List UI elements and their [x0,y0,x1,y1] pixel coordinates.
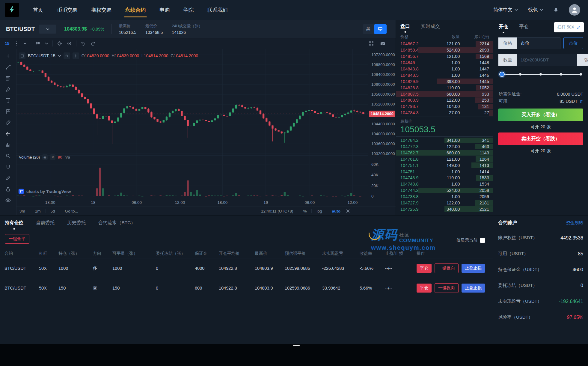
nav-item-6[interactable]: 联系我们 [207,0,228,20]
clock-label[interactable]: 12:40:11 (UTC+8) [261,209,293,213]
close-position-button[interactable]: 平仓 [417,264,432,273]
language-selector[interactable]: 简体中文 [493,7,518,13]
range-1m[interactable]: 1m [35,209,41,213]
goto-button[interactable]: Go to... [65,209,78,213]
orderbook-tab-0[interactable]: 盘口 [400,23,410,30]
ask-row[interactable]: 1048461.001448 [396,60,493,66]
legend-symbol[interactable]: BTC/USDT, 15 [28,53,55,58]
kebab-menu-icon[interactable] [14,41,19,46]
chevron-down-icon[interactable] [58,55,61,57]
tpsl-button[interactable]: 止盈止损 [462,264,485,273]
compare-icon[interactable] [67,41,72,46]
bid-row[interactable]: 104725.9340.002521 [396,206,493,212]
price-axis[interactable]: 107200.0000106800.0000106400.0000106000.… [368,49,396,215]
range-5d[interactable]: 5d [51,209,55,213]
footer-handle[interactable] [293,345,300,346]
candle-type-icon[interactable] [35,41,41,46]
theme-dark-button[interactable]: 黑 [363,24,374,34]
positions-tab-0[interactable]: 持有仓位 [5,220,23,226]
slider-handle[interactable] [499,72,505,77]
eye-toggle-icon[interactable] [64,52,70,59]
slider-dot-75[interactable] [560,73,562,76]
ask-row[interactable]: 104867.2121.002214 [396,41,493,47]
gear-icon[interactable] [57,41,62,46]
ask-row[interactable]: 104803.9122.00253 [396,97,493,103]
positions-tab-1[interactable]: 当前委托 [36,220,55,226]
bid-row[interactable]: 104727.9122.002181 [396,200,493,206]
auto-toggle[interactable]: auto [332,209,341,213]
magnet-icon[interactable] [5,164,11,170]
ask-row[interactable]: 104826.8119.001052 [396,85,493,91]
bid-row[interactable]: 104738.81.002059 [396,194,493,200]
undo-icon[interactable] [81,41,86,46]
quantity-input[interactable] [517,54,577,66]
trend-line-icon[interactable] [5,64,11,70]
price-input[interactable]: 价格 市价 [498,37,560,49]
reverse-button[interactable]: 一键反向 [435,283,459,293]
close-position-button[interactable]: 平仓 [417,284,432,293]
gear-icon[interactable] [345,208,351,214]
market-price-button[interactable]: 市价 [563,37,583,49]
close-icon[interactable]: ✕ [50,154,55,160]
bars-pattern-icon[interactable] [5,142,11,148]
wallet-menu[interactable]: 钱包 [528,7,543,13]
bid-row[interactable]: 104761.8121.001264 [396,156,493,162]
reverse-button[interactable]: 一键反向 [435,263,459,273]
theme-light-button[interactable] [374,24,387,34]
nav-item-1[interactable]: 币币交易 [57,0,77,20]
brush-icon[interactable] [5,86,11,92]
ruler-icon[interactable] [5,120,11,126]
chart-plot[interactable]: BTC/USDT, 15 O104820.0000 H104839.0000 L… [16,49,368,199]
ask-row[interactable]: 104856.7121.001569 [396,53,493,60]
pencil-icon[interactable] [5,175,11,181]
bell-icon[interactable] [553,7,559,13]
layout-icon[interactable] [19,52,25,59]
range-3m[interactable]: 3m [19,209,25,213]
tpsl-button[interactable]: 止盈止损 [462,284,485,293]
avatar[interactable] [569,4,580,16]
sell-short-button[interactable]: 卖出开空（看跌） [498,132,583,145]
percent-toggle[interactable]: % [303,209,307,213]
interval-button[interactable]: 15 [5,41,10,46]
slider-dot-50[interactable] [539,73,542,76]
redo-icon[interactable] [90,41,96,46]
candlestick-chart[interactable] [16,49,368,199]
logo[interactable] [5,3,19,17]
nav-item-4[interactable]: 申购 [159,0,170,20]
nav-item-0[interactable]: 首页 [33,0,43,20]
ask-row[interactable]: 104843.81.001447 [396,66,493,72]
fullscreen-icon[interactable] [369,41,374,46]
bid-row[interactable]: 1047511.001414 [396,168,493,175]
trade-tab-0[interactable]: 开仓 [499,24,508,30]
bid-row[interactable]: 104748.9119.001533 [396,175,493,181]
buy-long-button[interactable]: 买入开多（看涨） [498,109,583,121]
close-all-button[interactable]: 一键全平 [5,234,29,244]
chevron-down-icon[interactable] [23,42,27,45]
chevron-down-icon[interactable] [45,42,48,45]
positions-tab-3[interactable]: 合约流水（BTC） [98,220,135,226]
log-toggle[interactable]: log [316,209,322,213]
settings-icon[interactable] [73,52,79,59]
camera-icon[interactable] [380,41,385,46]
crosshair-icon[interactable] [5,53,11,59]
bid-row[interactable]: 104751.1149.001413 [396,162,493,168]
time-axis[interactable]: 18:001806:0012:0018:001906:0012:00 [16,199,368,207]
transfer-icon[interactable] [579,99,583,103]
ask-row[interactable]: 104793.7104.00131 [396,103,493,110]
amount-slider[interactable] [500,71,581,77]
bid-row[interactable]: 104744.2524.002058 [396,187,493,194]
orderbook-tab-1[interactable]: 实时成交 [421,23,440,30]
bid-row[interactable]: 104762.7680.001143 [396,150,493,156]
bid-row[interactable]: 104772.3122.00463 [396,144,493,150]
ask-row[interactable]: 104829.9393.001445 [396,78,493,85]
nav-item-3[interactable]: 永续合约 [125,0,146,20]
positions-tab-2[interactable]: 历史委托 [67,220,86,226]
lock-icon[interactable] [5,186,11,192]
eye-icon[interactable] [5,197,11,203]
ask-row[interactable]: 104843.51.001446 [396,72,493,78]
pair-dropdown[interactable] [39,25,56,34]
ask-row[interactable]: 104807.5680.00933 [396,91,493,97]
fib-retracement-icon[interactable] [5,75,11,81]
ask-row[interactable]: 104784.327.0027 [396,110,493,116]
nav-item-2[interactable]: 期权交易 [91,0,111,20]
